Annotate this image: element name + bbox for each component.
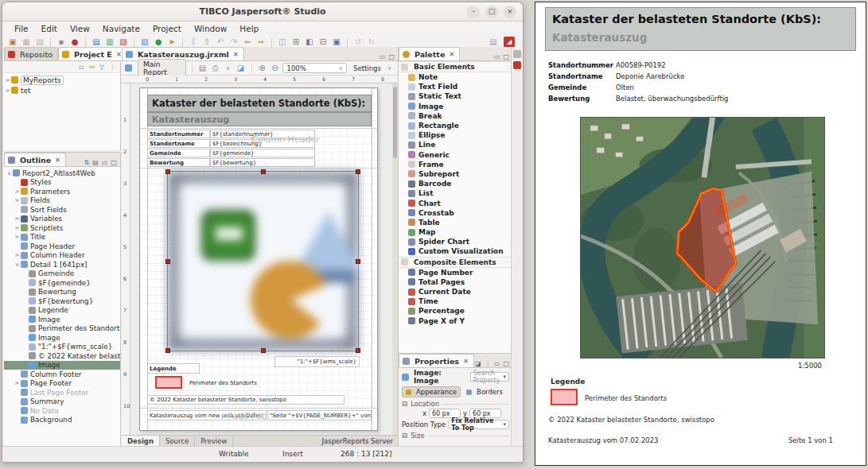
save-icon[interactable]: ▦	[21, 37, 32, 48]
maximize-icon[interactable]: □	[503, 360, 509, 367]
collapse-icon[interactable]: ⊟	[402, 432, 407, 440]
minimize-icon[interactable]: ▭	[494, 53, 500, 60]
project-tree-item[interactable]: >MyReports	[4, 75, 120, 85]
export-icon[interactable]: ⇧	[201, 37, 212, 48]
palette-item-generic[interactable]: Generic	[399, 150, 512, 160]
palette-item-image[interactable]: Image	[399, 102, 512, 111]
properties-minmax[interactable]: ◪⋮▭□	[475, 360, 512, 367]
redo-icon[interactable]: ↷	[228, 37, 239, 48]
design-field-label[interactable]: Gemeinde	[147, 149, 210, 157]
undo-icon[interactable]: ↶	[215, 37, 226, 48]
design-title[interactable]: Kataster der belasteten Standorte (KbS):	[147, 95, 372, 112]
palette-section-header[interactable]: Composite Elements◦	[399, 257, 512, 268]
outline-item[interactable]: Legende	[4, 306, 120, 316]
outline-item[interactable]: >Parameters	[4, 187, 120, 196]
link-editor-icon[interactable]: ⚯	[89, 64, 95, 71]
design-page[interactable]: Kataster der belasteten Standorte (KbS):…	[139, 87, 378, 431]
minimize-button[interactable]: –	[467, 6, 480, 18]
palette-item-total-pages[interactable]: Total Pages	[399, 277, 512, 287]
collapse-all-icon[interactable]: ▭	[79, 64, 85, 71]
main-report-button[interactable]: Main Report	[138, 59, 186, 78]
resize-handle[interactable]	[261, 169, 266, 174]
palette-item-subreport[interactable]: Subreport	[399, 169, 512, 179]
design-field-expression[interactable]: $F{bewertung}	[210, 158, 315, 167]
expander-icon[interactable]: >	[14, 188, 21, 195]
palette-item-break[interactable]: Break	[399, 111, 512, 121]
expander-icon[interactable]: >	[4, 87, 11, 94]
palette-item-page-number[interactable]: Page Number	[399, 268, 512, 277]
palette-item-time[interactable]: Time	[399, 297, 512, 306]
close-icon[interactable]: ×	[55, 156, 60, 164]
sync-fwd-icon[interactable]: ↻	[366, 37, 377, 48]
view-menu-icon[interactable]: ⋮	[109, 64, 115, 71]
collapse-icon[interactable]: ⊟	[402, 400, 407, 408]
palette-item-list[interactable]: List	[399, 188, 512, 198]
tab-design[interactable]: Design	[122, 436, 160, 446]
design-copyright[interactable]: © 2022 Kataster belasteter Standorte, sw…	[147, 395, 344, 405]
report-wizard-icon[interactable]: ▤	[91, 37, 102, 48]
palette-item-frame[interactable]: Frame	[399, 160, 512, 169]
forward-icon[interactable]: ➡	[255, 37, 267, 48]
resize-handle[interactable]	[261, 348, 266, 353]
menu-project[interactable]: Project	[147, 23, 187, 34]
pin-icon[interactable]: ◪	[475, 360, 481, 367]
map-image-element[interactable]	[167, 171, 359, 351]
save-all-icon[interactable]: ▤	[34, 37, 45, 48]
layout-grid-icon[interactable]: ⊞	[290, 37, 302, 48]
palette-item-text-field[interactable]: Text Field	[399, 82, 512, 91]
settings-dropdown[interactable]: Settings∨	[350, 63, 395, 73]
palette-section-header[interactable]: Basic Elements◦	[399, 61, 512, 72]
outline-item[interactable]: Background	[4, 416, 120, 425]
expander-icon[interactable]: v	[6, 170, 13, 176]
scale-expression[interactable]: "1:"+$F{wms_scale}	[274, 356, 360, 367]
design-field-label[interactable]: Standortname	[147, 139, 210, 148]
sync-back-icon[interactable]: ↺	[352, 37, 364, 48]
palette-item-line[interactable]: Line	[399, 140, 512, 149]
editor-minmax[interactable]: ▭□	[380, 53, 398, 60]
expander-icon[interactable]: >	[14, 234, 21, 240]
back-icon[interactable]: ⬅	[242, 37, 253, 48]
jasperreports-server-label[interactable]: JasperReports Server	[322, 437, 398, 445]
design-field-expression[interactable]: $F{gemeinde}	[210, 149, 315, 157]
outline-item[interactable]: $F{gemeinde}	[4, 278, 120, 288]
outline-item[interactable]: vReport2_Altlast4Web	[4, 169, 120, 178]
band-view-icon[interactable]: ▤	[197, 63, 207, 74]
layout-split-icon[interactable]: ◧	[304, 37, 315, 48]
resize-handle[interactable]	[165, 259, 170, 264]
chevron-icon[interactable]: ◦	[506, 259, 509, 266]
palette-item-table[interactable]: Table	[399, 218, 512, 227]
palette-item-crosstab[interactable]: Crosstab	[399, 208, 512, 218]
close-button[interactable]: ×	[504, 6, 516, 18]
outline-item[interactable]: No Data	[4, 406, 120, 416]
expander-icon[interactable]: >	[14, 215, 21, 222]
expander-icon[interactable]: >	[4, 77, 11, 83]
resize-handle[interactable]	[356, 169, 360, 174]
tab-palette[interactable]: Palette ×	[399, 47, 460, 60]
outline-item[interactable]: $F{bewertung}	[4, 297, 120, 306]
menu-edit[interactable]: Edit	[36, 23, 63, 34]
outline-item[interactable]: >Fields	[4, 196, 120, 206]
jaspersoft-perspective-icon[interactable]: ◢	[504, 37, 515, 48]
outline-item[interactable]: >Column Header	[4, 251, 120, 261]
design-field-label[interactable]: Standortnummer	[147, 130, 210, 138]
palette-item-custom-visualization[interactable]: Custom Visualization	[399, 246, 512, 256]
expander-icon[interactable]: >	[14, 197, 21, 203]
outline-item[interactable]: Last Page Footer	[4, 388, 120, 397]
maximize-icon[interactable]: □	[111, 159, 117, 166]
new-window-icon[interactable]: ◫	[277, 37, 288, 48]
minimize-icon[interactable]: ▭	[494, 360, 500, 367]
outline-item[interactable]: Sort Fields	[4, 205, 120, 215]
design-footer-right[interactable]: "Seite "+$V{PAGE_NUMBER}+" von"" " +	[267, 410, 372, 421]
outline-item[interactable]: "1:"+$F{wms_scale}	[4, 343, 120, 352]
palette-item-current-date[interactable]: Current Date	[399, 287, 512, 297]
outline-item[interactable]: Styles	[4, 178, 120, 188]
style-icon[interactable]: ▨	[118, 37, 129, 48]
menu-icon[interactable]: ▤	[92, 159, 99, 166]
outline-item[interactable]: Gemeinde	[4, 269, 120, 279]
outline-item[interactable]: Page Header	[4, 242, 120, 251]
outline-item[interactable]: Image	[4, 315, 120, 324]
tab-project-e[interactable]: Project E×	[58, 47, 127, 60]
prop-tab-borders[interactable]: Borders	[463, 387, 506, 397]
palette-item-barcode[interactable]: Barcode	[399, 179, 512, 188]
palette-item-percentage[interactable]: Percentage	[399, 306, 512, 316]
